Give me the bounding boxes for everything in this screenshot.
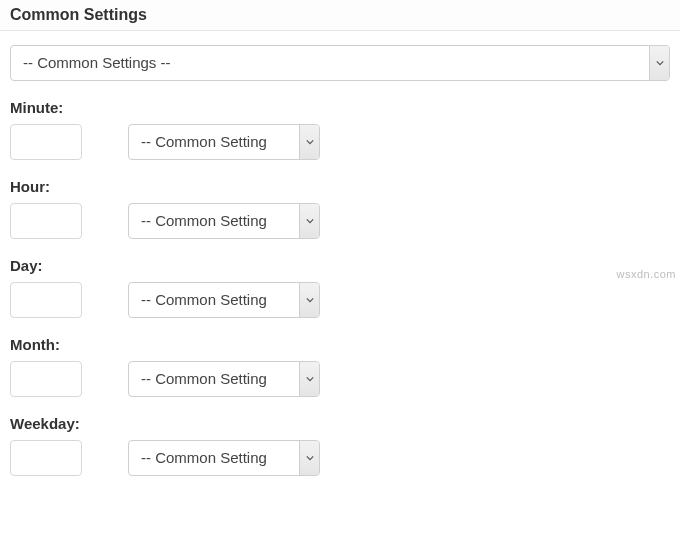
chevron-down-icon — [299, 204, 319, 238]
minute-select-display: -- Common Setting — [129, 125, 299, 159]
hour-select-display: -- Common Setting — [129, 204, 299, 238]
weekday-label: Weekday: — [10, 415, 670, 432]
day-input[interactable] — [10, 282, 82, 318]
weekday-select[interactable]: -- Common Setting — [128, 440, 320, 476]
day-select-display: -- Common Setting — [129, 283, 299, 317]
month-input[interactable] — [10, 361, 82, 397]
minute-input[interactable] — [10, 124, 82, 160]
day-row: -- Common Setting — [10, 282, 670, 318]
common-settings-select[interactable]: -- Common Settings -- — [10, 45, 670, 81]
hour-select[interactable]: -- Common Setting — [128, 203, 320, 239]
day-label: Day: — [10, 257, 670, 274]
chevron-down-icon — [299, 125, 319, 159]
chevron-down-icon — [649, 46, 669, 80]
minute-select[interactable]: -- Common Setting — [128, 124, 320, 160]
minute-row: -- Common Setting — [10, 124, 670, 160]
common-settings-select-display: -- Common Settings -- — [11, 46, 649, 80]
month-label: Month: — [10, 336, 670, 353]
hour-input[interactable] — [10, 203, 82, 239]
weekday-select-display: -- Common Setting — [129, 441, 299, 475]
month-row: -- Common Setting — [10, 361, 670, 397]
hour-row: -- Common Setting — [10, 203, 670, 239]
section-title: Common Settings — [0, 0, 680, 31]
weekday-input[interactable] — [10, 440, 82, 476]
chevron-down-icon — [299, 283, 319, 317]
day-select[interactable]: -- Common Setting — [128, 282, 320, 318]
hour-label: Hour: — [10, 178, 670, 195]
minute-label: Minute: — [10, 99, 670, 116]
chevron-down-icon — [299, 362, 319, 396]
month-select[interactable]: -- Common Setting — [128, 361, 320, 397]
weekday-row: -- Common Setting — [10, 440, 670, 476]
chevron-down-icon — [299, 441, 319, 475]
month-select-display: -- Common Setting — [129, 362, 299, 396]
